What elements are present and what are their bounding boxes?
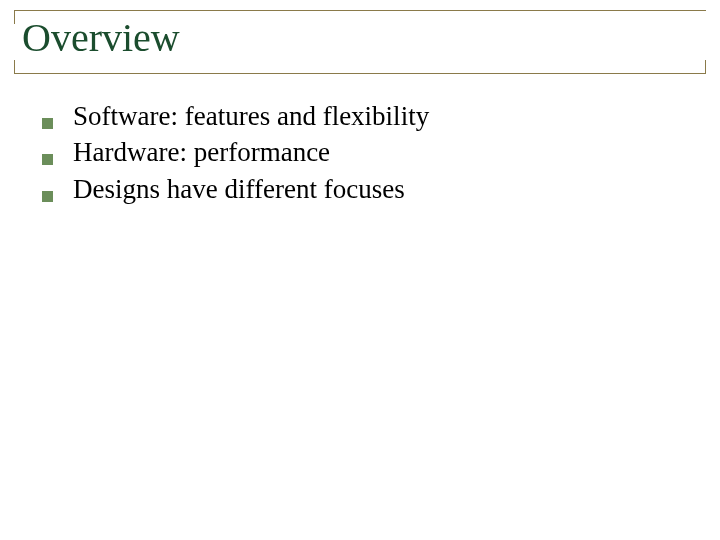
list-item: Software: features and flexibility: [42, 100, 706, 132]
rule-top: [14, 10, 706, 11]
bullet-text: Designs have different focuses: [73, 173, 405, 205]
bullet-list: Software: features and flexibility Hardw…: [14, 100, 706, 205]
list-item: Designs have different focuses: [42, 173, 706, 205]
rule-bottom: [14, 73, 706, 74]
rule-left-top: [14, 10, 15, 24]
square-bullet-icon: [42, 118, 53, 129]
bullet-text: Software: features and flexibility: [73, 100, 429, 132]
slide: Overview Software: features and flexibil…: [14, 10, 706, 510]
slide-title: Overview: [14, 16, 706, 60]
square-bullet-icon: [42, 154, 53, 165]
list-item: Hardware: performance: [42, 136, 706, 168]
rule-left-bottom: [14, 60, 15, 74]
bullet-text: Hardware: performance: [73, 136, 330, 168]
title-container: Overview: [14, 10, 706, 74]
square-bullet-icon: [42, 191, 53, 202]
rule-right-bottom: [705, 60, 706, 74]
